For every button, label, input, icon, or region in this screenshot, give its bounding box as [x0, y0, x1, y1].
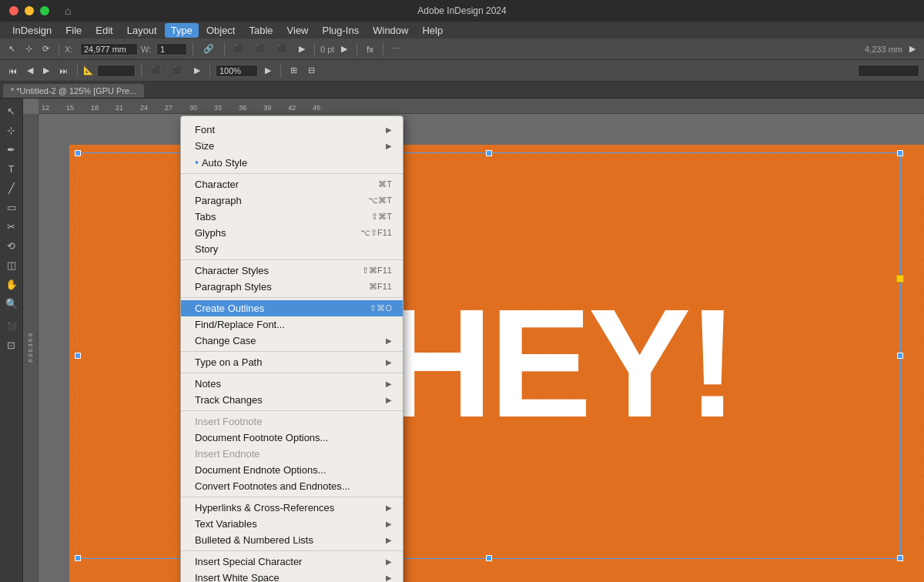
sep1 — [59, 42, 59, 56]
menu-hyperlinks[interactable]: Hyperlinks & Cross-References ▶ — [181, 500, 403, 516]
menu-plugins[interactable]: Plug-Ins — [316, 23, 366, 38]
hand-tool[interactable]: ✋ — [2, 275, 21, 293]
handle-br[interactable] — [897, 555, 903, 561]
menu-text-variables[interactable]: Text Variables ▶ — [181, 516, 403, 532]
menu-doc-endnote-options[interactable]: Document Endnote Options... — [181, 462, 403, 478]
insert-special-right: ▶ — [386, 557, 392, 566]
menu-glyphs[interactable]: Glyphs ⌥⇧F11 — [181, 225, 403, 241]
first-page-icon[interactable]: ⏮ — [5, 65, 21, 77]
menu-table[interactable]: Table — [243, 23, 279, 38]
menu-type-on-path[interactable]: Type on a Path ▶ — [181, 354, 403, 370]
layout-icon[interactable]: ⊞ — [286, 64, 301, 77]
fill-icon[interactable]: ▶ — [295, 42, 309, 55]
direct-select-icon[interactable]: ⊹ — [22, 42, 36, 55]
menu-doc-footnote-options[interactable]: Document Footnote Options... — [181, 430, 403, 446]
handle-tr[interactable] — [897, 150, 903, 156]
menu-auto-style[interactable]: •Auto Style — [181, 154, 403, 171]
menu-notes[interactable]: Notes ▶ — [181, 376, 403, 392]
rect-tool[interactable]: ▭ — [2, 198, 21, 216]
zoom-arrow-icon[interactable]: ▶ — [261, 64, 275, 77]
next-page-icon[interactable]: ▶ — [39, 64, 53, 77]
w-input[interactable] — [156, 43, 187, 55]
pt-label: 0 pt — [320, 45, 334, 54]
handle-tm[interactable] — [486, 150, 492, 156]
select-tool-icon[interactable]: ↖ — [5, 42, 19, 55]
zoom-tool[interactable]: 🔍 — [2, 294, 21, 313]
menu-find-replace-font[interactable]: Find/Replace Font... — [181, 316, 403, 333]
menu-paragraph[interactable]: Paragraph ⌥⌘T — [181, 192, 403, 209]
pen-tool[interactable]: ✒ — [2, 140, 21, 159]
menu-edit[interactable]: Edit — [89, 23, 119, 38]
stroke-weight-icon[interactable]: ▶ — [337, 42, 351, 55]
close-button[interactable] — [9, 6, 18, 15]
stroke-color-icon[interactable]: ▶ — [190, 64, 204, 77]
menu-create-outlines[interactable]: Create Outlines ⇧⌘O — [181, 300, 403, 316]
menu-paragraph-styles[interactable]: Paragraph Styles ⌘F11 — [181, 279, 403, 295]
handle-bm[interactable] — [486, 555, 492, 561]
menu-font[interactable]: Font ▶ — [181, 122, 403, 138]
handle-ml[interactable] — [75, 353, 81, 359]
menu-section-2: Character ⌘T Paragraph ⌥⌘T Tabs ⇧⌘T Glyp… — [181, 174, 403, 260]
document-tab[interactable]: * *Untitled-2 @ 125% [GPU Pre... — [3, 84, 144, 98]
minimize-button[interactable] — [25, 6, 34, 15]
zoom-input[interactable] — [216, 65, 258, 77]
fill2-icon[interactable]: ⬛ — [169, 64, 187, 77]
menu-story[interactable]: Story — [181, 241, 403, 257]
gradient-tool[interactable]: ◫ — [2, 256, 21, 274]
handle-tl[interactable] — [75, 150, 81, 156]
menu-file[interactable]: File — [59, 23, 88, 38]
menu-indesign[interactable]: InDesign — [6, 23, 58, 38]
effects-icon[interactable]: fx — [363, 43, 377, 55]
menu-character-styles[interactable]: Character Styles ⇧⌘F11 — [181, 263, 403, 279]
menu-window[interactable]: Window — [367, 23, 414, 38]
menu-change-case[interactable]: Change Case ▶ — [181, 333, 403, 349]
fill-stroke-tool[interactable]: ⬛ — [2, 316, 21, 335]
change-case-right: ▶ — [386, 336, 392, 345]
menu-insert-endnote: Insert Endnote — [181, 446, 403, 462]
menu-size[interactable]: Size ▶ — [181, 138, 403, 154]
stroke2-icon[interactable]: ⬛ — [147, 64, 166, 77]
ruler-top: 12 15 18 21 24 27 30 33 36 39 42 45 — [38, 99, 924, 114]
home-icon[interactable]: ⌂ — [65, 5, 71, 17]
prev-page-icon[interactable]: ◀ — [23, 64, 37, 77]
menu-tabs[interactable]: Tabs ⇧⌘T — [181, 209, 403, 225]
menu-track-changes[interactable]: Track Changes ▶ — [181, 392, 403, 408]
glyphs-label: Glyphs — [195, 227, 226, 239]
maximize-button[interactable] — [40, 6, 49, 15]
insert-special-label: Insert Special Character — [195, 556, 302, 567]
free-transform-tool[interactable]: ⟲ — [2, 236, 21, 255]
type-menu-dropdown: Font ▶ Size ▶ •Auto Style Character ⌘T P… — [180, 115, 403, 582]
handle-yellow[interactable] — [896, 275, 904, 283]
more-icon[interactable]: ⋯ — [389, 42, 405, 55]
selection-tool[interactable]: ↖ — [2, 102, 21, 120]
menu-help[interactable]: Help — [416, 23, 449, 38]
canvas-area: 12 15 18 21 24 27 30 33 36 39 42 45 6 3 … — [23, 99, 924, 582]
coord2-input[interactable] — [97, 65, 136, 77]
paragraph-shortcut: ⌥⌘T — [368, 196, 392, 206]
stroke-icon[interactable]: ⬛ — [273, 42, 292, 55]
menu-character[interactable]: Character ⌘T — [181, 176, 403, 192]
line-tool[interactable]: ╱ — [2, 179, 21, 197]
direct-selection-tool[interactable]: ⊹ — [2, 121, 21, 139]
handle-bl[interactable] — [75, 555, 81, 561]
frame-tool[interactable]: ⊡ — [2, 336, 21, 354]
last-page-icon[interactable]: ⏭ — [55, 65, 72, 77]
scissors-tool[interactable]: ✂ — [2, 217, 21, 236]
align-left-icon[interactable]: ⬛ — [230, 42, 249, 55]
right-input2[interactable] — [858, 65, 919, 77]
menu-insert-special[interactable]: Insert Special Character ▶ — [181, 554, 403, 570]
menu-insert-whitespace[interactable]: Insert White Space ▶ — [181, 570, 403, 582]
menu-layout[interactable]: Layout — [121, 23, 163, 38]
transform-icon[interactable]: ⟳ — [38, 42, 53, 55]
x-input[interactable] — [80, 43, 138, 55]
right-arrow-icon[interactable]: ▶ — [906, 42, 919, 55]
menu-object[interactable]: Object — [200, 23, 242, 38]
text-tool[interactable]: T — [2, 159, 21, 178]
handle-mr[interactable] — [897, 353, 903, 359]
menu-view[interactable]: View — [281, 23, 315, 38]
grid-icon[interactable]: ⊟ — [304, 64, 319, 77]
menu-convert-footnotes[interactable]: Convert Footnotes and Endnotes... — [181, 478, 403, 494]
align-center-icon[interactable]: ⬛ — [252, 42, 270, 55]
menu-bulleted-lists[interactable]: Bulleted & Numbered Lists ▶ — [181, 532, 403, 548]
menu-type[interactable]: Type — [165, 23, 199, 38]
